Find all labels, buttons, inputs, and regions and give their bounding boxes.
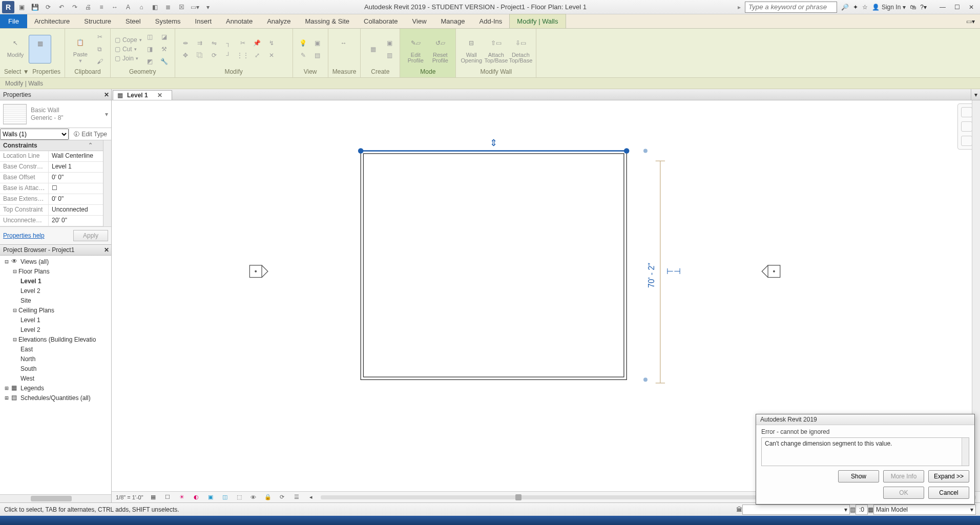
sun-path-icon[interactable]: ☀ [177, 493, 186, 502]
hscroll-left-icon[interactable]: ◂ [306, 493, 316, 502]
dialog-expand-button[interactable]: Expand >> [928, 470, 969, 482]
category-filter[interactable]: Walls (1) [0, 129, 69, 140]
tree-level1[interactable]: Level 1 [20, 278, 41, 285]
tab-addins[interactable]: Add-Ins [472, 14, 510, 28]
infocenter-arrow-icon[interactable]: ▸ [738, 4, 741, 11]
undo-icon[interactable]: ↶ [56, 2, 67, 12]
tree-south[interactable]: South [20, 365, 36, 372]
tree-toggle-icon[interactable]: ⊞ [3, 385, 10, 392]
create-3-icon[interactable]: ▥ [383, 50, 395, 60]
dim-icon[interactable]: ↔ [110, 2, 120, 12]
property-row[interactable]: Base Offset0' 0" [0, 173, 103, 183]
detail-level-icon[interactable]: ▦ [149, 493, 158, 502]
temp-view-icon[interactable]: ⟳ [278, 493, 287, 502]
tree-ceiling-plans[interactable]: Ceiling Plans [18, 307, 54, 314]
type-selector[interactable]: Basic WallGeneric - 8" ▾ [0, 100, 111, 128]
keys-icon[interactable]: ✦ [853, 4, 858, 11]
search-input[interactable] [745, 2, 837, 13]
property-row[interactable]: Base is Attach...☐ [0, 183, 103, 194]
dialog-moreinfo-button[interactable]: More Info [883, 470, 924, 482]
geom-3-icon[interactable]: ◩ [144, 56, 156, 67]
tab-systems[interactable]: Systems [148, 14, 188, 28]
property-row[interactable]: Location LineWall Centerline [0, 151, 103, 162]
tab-collaborate[interactable]: Collaborate [357, 14, 405, 28]
properties-tool[interactable]: ▦ [29, 35, 51, 64]
dialog-scrollbar[interactable] [962, 438, 969, 466]
properties-header[interactable]: Properties✕ [0, 89, 111, 100]
dialog-title[interactable]: Autodesk Revit 2019 [756, 414, 974, 425]
trim-icon[interactable]: ┐ [222, 38, 235, 48]
property-value[interactable]: 20' 0" [49, 216, 103, 226]
apply-button[interactable]: Apply [73, 230, 108, 241]
create-1-icon[interactable]: ▦ [365, 41, 381, 57]
join-button[interactable]: ▢Join▾ [115, 55, 142, 62]
project-browser-header[interactable]: Project Browser - Project1✕ [0, 244, 111, 256]
match-icon[interactable]: 🖌 [94, 56, 106, 67]
view-2-icon[interactable]: ✎ [297, 50, 309, 60]
project-browser-close-icon[interactable]: ✕ [104, 246, 109, 254]
filter-icon[interactable]: ▦ [868, 506, 873, 513]
align-icon[interactable]: ⇹ [179, 38, 192, 48]
minimize-button[interactable]: — [936, 2, 949, 13]
ribbon-appearance-button[interactable]: ▭▾ [961, 15, 980, 28]
delete-icon[interactable]: ✕ [265, 50, 278, 60]
tree-cp-level2[interactable]: Level 2 [20, 326, 40, 333]
design-options-dropdown[interactable]: Main Model▾ [873, 505, 976, 515]
geom-6-icon[interactable]: 🔧 [158, 56, 171, 67]
paste-button[interactable]: 📋Paste▼ [69, 35, 92, 64]
save-icon[interactable]: 💾 [30, 2, 40, 12]
elev-marker-east[interactable] [762, 265, 780, 278]
tree-toggle-icon[interactable]: ⊟ [11, 268, 18, 275]
property-value[interactable]: Wall Centerline [49, 151, 103, 161]
print-icon[interactable]: 🖨 [83, 2, 93, 12]
editable-only-icon[interactable]: ▥ [850, 506, 856, 513]
unpin-icon[interactable]: ↯ [265, 38, 278, 48]
property-value[interactable]: Unconnected [49, 205, 103, 215]
view-tabs-overflow[interactable]: ▾ [971, 89, 980, 100]
copy-clip-icon[interactable]: ⧉ [94, 44, 106, 54]
group-constraints[interactable]: Constraints⌃ [0, 140, 103, 151]
workset-dropdown[interactable]: ▾ [742, 505, 850, 515]
scale-icon[interactable]: ⤢ [251, 50, 263, 60]
crop-region-icon[interactable]: ⬚ [235, 493, 244, 502]
shadows-icon[interactable]: ◐ [192, 493, 201, 502]
properties-close-icon[interactable]: ✕ [104, 91, 109, 98]
edit-type-button[interactable]: 🛈 Edit Type [69, 128, 111, 140]
array-icon[interactable]: ⋮⋮ [237, 50, 249, 60]
close-button[interactable]: ✕ [965, 2, 978, 13]
property-value[interactable]: 0' 0" [49, 173, 103, 183]
tree-site[interactable]: Site [20, 297, 31, 304]
tab-massing[interactable]: Massing & Site [298, 14, 357, 28]
property-value[interactable]: Level 1 [49, 162, 103, 172]
property-row[interactable]: Base Extensio...0' 0" [0, 194, 103, 205]
tree-east[interactable]: East [20, 346, 33, 353]
switch-windows-icon[interactable]: ▭▾ [190, 2, 200, 12]
cut-clip-icon[interactable]: ✂ [94, 32, 106, 42]
customize-qat-icon[interactable]: ▾ [203, 2, 213, 12]
sign-in-button[interactable]: 👤Sign In▾ [872, 4, 906, 11]
visual-style-icon[interactable]: ☐ [163, 493, 172, 502]
properties-help-link[interactable]: Properties help [3, 232, 45, 239]
tab-manage[interactable]: Manage [434, 14, 472, 28]
split-icon[interactable]: ✂ [237, 38, 249, 48]
extend-icon[interactable]: ┘ [222, 50, 235, 60]
geom-4-icon[interactable]: ◪ [158, 32, 171, 42]
geom-1-icon[interactable]: ◫ [144, 32, 156, 42]
reveal-icon[interactable]: ☰ [292, 493, 301, 502]
sync-icon[interactable]: ⟳ [43, 2, 53, 12]
3d-icon[interactable]: ⌂ [136, 2, 147, 12]
property-row[interactable]: Base ConstraintLevel 1 [0, 162, 103, 173]
browser-hscroll[interactable] [0, 494, 111, 502]
text-icon[interactable]: A [123, 2, 133, 12]
property-value[interactable]: ☐ [49, 183, 103, 194]
tree-floor-plans[interactable]: Floor Plans [18, 268, 50, 275]
project-browser-tree[interactable]: ⊟👁Views (all) ⊟Floor Plans Level 1 Level… [0, 256, 111, 494]
tab-steel[interactable]: Steel [118, 14, 148, 28]
detach-button[interactable]: ⇩▭Detach Top/Base [509, 35, 532, 64]
property-row[interactable]: Unconnected ...20' 0" [0, 216, 103, 226]
crop-icon[interactable]: ◫ [220, 493, 230, 502]
tree-level2[interactable]: Level 2 [20, 287, 40, 295]
move-icon[interactable]: ✥ [179, 50, 192, 60]
tree-elev[interactable]: Elevations (Building Elevatio [18, 336, 96, 343]
temp-dimension[interactable]: 70' - 2" [647, 263, 656, 288]
